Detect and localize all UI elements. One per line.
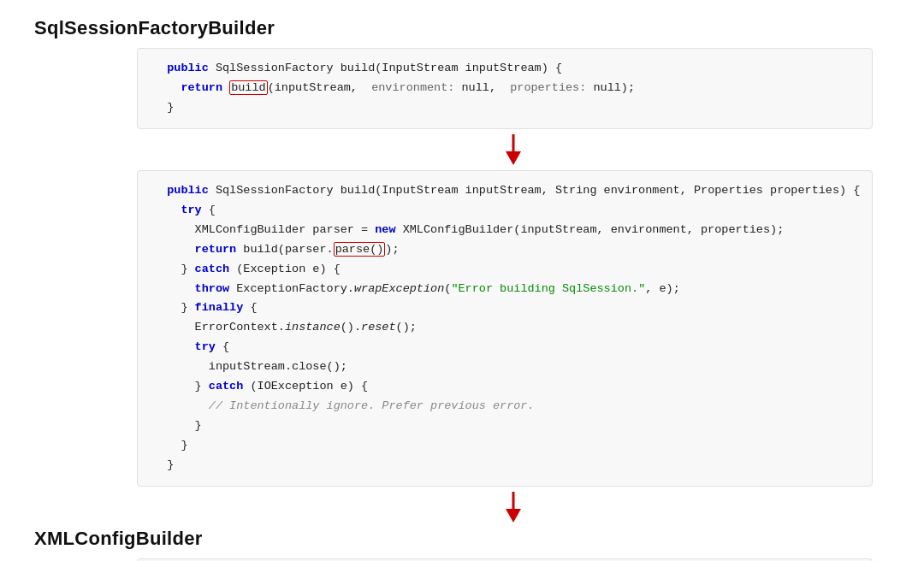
code-line: } catch (IOException e) {: [153, 377, 856, 397]
kw-finally: finally: [195, 301, 244, 314]
arrow-1: [137, 134, 890, 165]
kw-throw: throw: [195, 282, 230, 295]
method-build2: build: [341, 184, 376, 197]
kw-try2: try: [195, 340, 216, 353]
arrow-2: [137, 492, 890, 523]
kw-public: public: [167, 184, 209, 197]
kw-try: try: [181, 204, 201, 216]
keyword-public: public: [167, 62, 209, 74]
code-line: try {: [153, 201, 856, 221]
code-block-2: public SqlSessionFactory build(InputStre…: [137, 170, 873, 487]
code-line: public SqlSessionFactory build(InputStre…: [153, 181, 856, 201]
code-line: ErrorContext.instance().reset();: [153, 318, 856, 338]
comment-ignore: // Intentionally ignore. Prefer previous…: [209, 399, 535, 412]
code-line: return build(inputStream, environment: n…: [153, 79, 856, 98]
section2-title: XMLConfigBuilder: [34, 528, 890, 550]
code-line: // Intentionally ignore. Prefer previous…: [153, 397, 856, 416]
svg-marker-3: [506, 509, 521, 523]
code-line: inputStream.close();: [153, 357, 856, 377]
code-line: return build(parser.parse());: [153, 240, 856, 260]
kw-return: return: [195, 243, 237, 256]
code-line: }: [153, 456, 856, 475]
highlighted-build: build: [229, 80, 268, 95]
code-line: }: [153, 436, 856, 456]
code-line: }: [153, 98, 856, 118]
method-build: build: [341, 62, 376, 74]
code-line: throw ExceptionFactory.wrapException("Er…: [153, 280, 856, 299]
svg-marker-1: [506, 151, 521, 165]
kw-catch2: catch: [209, 380, 244, 393]
named-param-properties: properties:: [510, 81, 586, 94]
code-line: } catch (Exception e) {: [153, 260, 856, 280]
keyword-return: return: [181, 81, 222, 94]
code-line: }: [153, 416, 856, 436]
arrow-down-icon-2: [504, 492, 523, 523]
str-error: "Error building SqlSession.": [451, 282, 645, 295]
section1-title: SqlSessionFactoryBuilder: [34, 17, 890, 39]
code-line: public SqlSessionFactory build(InputStre…: [153, 59, 856, 79]
kw-catch: catch: [195, 263, 230, 275]
highlighted-parse: parse(): [334, 242, 386, 257]
code-block-1: public SqlSessionFactory build(InputStre…: [137, 48, 873, 129]
kw-new: new: [375, 223, 395, 236]
arrow-down-icon: [504, 134, 523, 165]
code-line: try {: [153, 338, 856, 357]
named-param-environment: environment:: [371, 81, 454, 94]
code-line: XMLConfigBuilder parser = new XMLConfigB…: [153, 221, 856, 240]
code-line: } finally {: [153, 298, 856, 318]
main-container: SqlSessionFactoryBuilder public SqlSessi…: [0, 0, 924, 561]
